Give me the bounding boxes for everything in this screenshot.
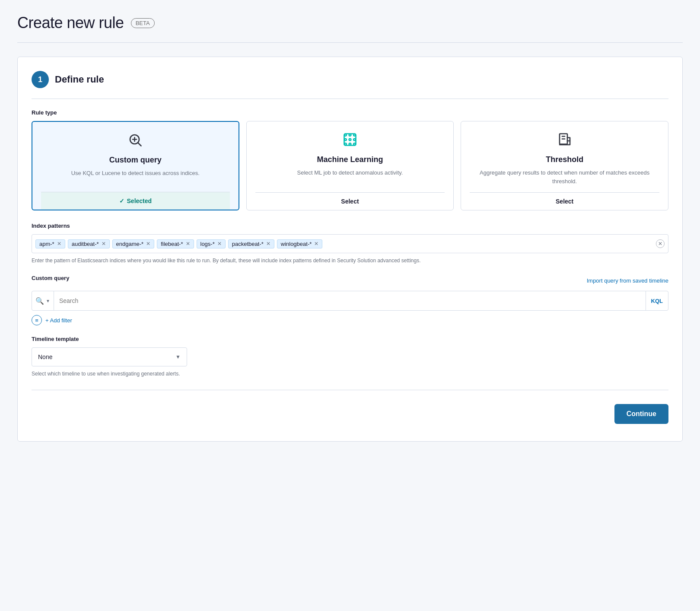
custom-query-desc: Use KQL or Lucene to detect issues acros… — [71, 169, 200, 178]
threshold-name: Threshold — [546, 155, 583, 164]
index-patterns-section: Index patterns apm-* ✕ auditbeat-* ✕ end… — [32, 223, 668, 264]
beta-badge: BETA — [131, 18, 155, 28]
add-filter-row: ≡ + Add filter — [32, 315, 668, 325]
tag-remove-logs[interactable]: ✕ — [217, 241, 222, 246]
page-title: Create new rule — [17, 14, 124, 32]
timeline-template-section: Timeline template None ▼ Select which ti… — [32, 336, 668, 378]
tag-endgame[interactable]: endgame-* ✕ — [112, 239, 155, 248]
threshold-desc: Aggregate query results to detect when n… — [470, 169, 659, 185]
tag-remove-winlogbeat[interactable]: ✕ — [314, 241, 318, 246]
svg-point-7 — [344, 139, 347, 141]
svg-point-11 — [349, 143, 351, 145]
ml-desc: Select ML job to detect anomalous activi… — [297, 169, 403, 177]
page-header: Create new rule BETA — [17, 14, 683, 43]
svg-point-9 — [353, 139, 356, 141]
rule-type-card-custom-query[interactable]: Custom query Use KQL or Lucene to detect… — [32, 121, 239, 210]
tag-remove-auditbeat[interactable]: ✕ — [102, 241, 106, 246]
timeline-template-select[interactable]: None ▼ — [32, 347, 187, 366]
kql-badge: KQL — [646, 291, 668, 310]
card-footer: Continue — [32, 401, 668, 424]
tag-winlogbeat[interactable]: winlogbeat-* ✕ — [277, 239, 323, 248]
ml-action: Select — [255, 192, 445, 210]
timeline-template-helper: Select which timeline to use when invest… — [32, 370, 668, 378]
tag-packetbeat[interactable]: packetbeat-* ✕ — [228, 239, 274, 248]
custom-query-icon — [127, 132, 143, 150]
custom-query-section: Custom query Import query from saved tim… — [32, 275, 668, 325]
search-bar: 🔍 ▼ KQL — [32, 291, 668, 311]
tag-remove-filebeat[interactable]: ✕ — [186, 241, 190, 246]
custom-query-name: Custom query — [109, 156, 162, 165]
main-card: 1 Define rule Rule type — [17, 57, 683, 442]
rule-type-card-threshold[interactable]: Threshold Aggregate query results to det… — [461, 121, 668, 210]
import-query-link[interactable]: Import query from saved timeline — [587, 277, 668, 284]
index-patterns-helper: Enter the pattern of Elasticsearch indic… — [32, 257, 668, 264]
step-number-badge: 1 — [32, 71, 49, 88]
threshold-icon — [557, 132, 573, 149]
custom-query-label: Custom query — [32, 275, 69, 281]
tag-auditbeat[interactable]: auditbeat-* ✕ — [68, 239, 110, 248]
search-type-chevron-icon: ▼ — [46, 299, 50, 303]
tag-remove-endgame[interactable]: ✕ — [146, 241, 150, 246]
rule-type-section: Rule type Custom query Use KQL or Lucene… — [32, 109, 668, 210]
footer-divider — [32, 390, 668, 390]
timeline-chevron-icon: ▼ — [175, 354, 181, 360]
svg-point-8 — [349, 139, 351, 141]
rule-type-grid: Custom query Use KQL or Lucene to detect… — [32, 121, 668, 210]
add-filter-button[interactable]: + Add filter — [45, 317, 72, 324]
index-patterns-label: Index patterns — [32, 223, 668, 229]
custom-query-action: ✓ Selected — [41, 192, 230, 210]
tag-remove-packetbeat[interactable]: ✕ — [266, 241, 270, 246]
index-patterns-input[interactable]: apm-* ✕ auditbeat-* ✕ endgame-* ✕ filebe… — [32, 234, 668, 253]
svg-point-5 — [349, 134, 351, 136]
tag-filebeat[interactable]: filebeat-* ✕ — [157, 239, 194, 248]
page-wrapper: Create new rule BETA 1 Define rule Rule … — [0, 0, 700, 611]
rule-type-card-machine-learning[interactable]: Machine Learning Select ML job to detect… — [246, 121, 454, 210]
search-input[interactable] — [54, 291, 646, 310]
ml-name: Machine Learning — [317, 155, 383, 164]
timeline-template-label: Timeline template — [32, 336, 668, 342]
check-icon: ✓ — [119, 197, 124, 204]
threshold-action: Select — [470, 192, 659, 210]
rule-type-label: Rule type — [32, 109, 668, 116]
tag-logs[interactable]: logs-* ✕ — [197, 239, 226, 248]
step-header: 1 Define rule — [32, 71, 668, 88]
tag-remove-apm[interactable]: ✕ — [57, 241, 61, 246]
step-title: Define rule — [55, 74, 104, 85]
machine-learning-icon — [342, 132, 358, 149]
svg-line-1 — [138, 143, 141, 146]
tags-clear-all-button[interactable]: ✕ — [656, 239, 665, 248]
filter-icon: ≡ — [32, 315, 42, 325]
search-type-selector[interactable]: 🔍 ▼ — [32, 291, 54, 310]
continue-button[interactable]: Continue — [614, 404, 668, 424]
custom-query-header: Custom query Import query from saved tim… — [32, 275, 668, 286]
search-type-icon: 🔍 — [35, 297, 44, 305]
timeline-template-value: None — [38, 353, 52, 360]
section-divider — [32, 99, 668, 99]
tag-apm[interactable]: apm-* ✕ — [35, 239, 65, 248]
